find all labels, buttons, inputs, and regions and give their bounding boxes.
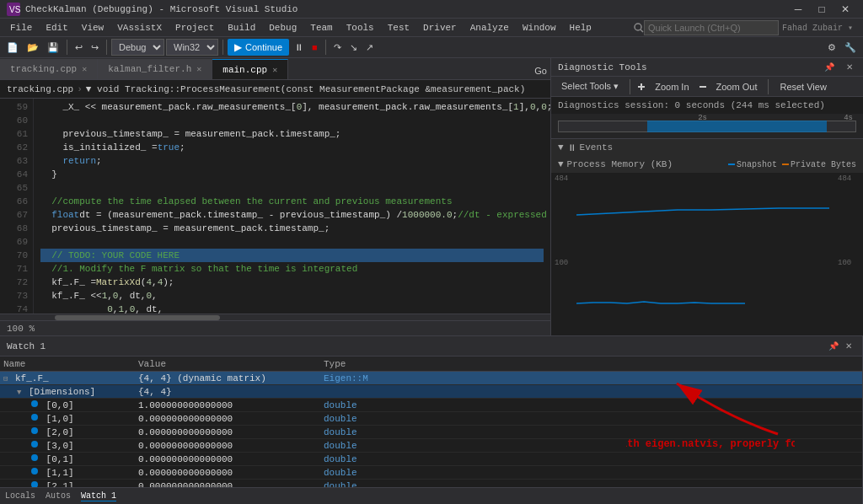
select-tools-btn[interactable]: Select Tools ▾ xyxy=(556,79,624,94)
svg-point-12 xyxy=(31,441,38,448)
watch-panel: Watch 1 📌 ✕ Name Value Type ⊟ kf_.F_ {4,… xyxy=(0,336,863,504)
zoom-level: 100 % xyxy=(7,324,35,334)
scroll-tabs-btn[interactable]: Go xyxy=(531,62,550,79)
platform-select[interactable]: Win32 xyxy=(166,39,218,56)
reset-view-btn[interactable]: Reset View xyxy=(775,80,831,94)
session-info: Diagnostics session: 0 seconds (244 ms s… xyxy=(551,97,863,114)
close-tab-kalman[interactable]: ✕ xyxy=(196,64,201,74)
menu-vassistx[interactable]: VAssistX xyxy=(110,19,169,36)
watch-row-20[interactable]: [2,0] 0.000000000000000 double xyxy=(0,426,862,439)
code-area[interactable]: 59 60 61 62 63 64 65 66 67 68 69 70 71 7… xyxy=(0,99,550,314)
watch-row-00[interactable]: [0,0] 1.000000000000000 double xyxy=(0,399,862,412)
cpu-chart: 100 0 100 0 xyxy=(551,257,863,335)
close-watch-btn[interactable]: ✕ xyxy=(842,340,855,351)
code-line-74: 0, 1, 0, dt, xyxy=(40,303,544,314)
zoom-out-btn[interactable]: Zoom Out xyxy=(711,80,763,94)
menu-test[interactable]: Test xyxy=(381,19,416,36)
new-file-btn[interactable]: 📄 xyxy=(3,39,22,56)
menu-project[interactable]: Project xyxy=(169,19,221,36)
menu-help[interactable]: Help xyxy=(563,19,598,36)
tab-kalman-filter-h[interactable]: kalman_filter.h ✕ xyxy=(98,59,212,79)
memory-section-header[interactable]: ▼ Process Memory (KB) Snapshot Private B… xyxy=(551,156,863,173)
sep-diag1 xyxy=(630,79,630,94)
continue-label: Continue xyxy=(245,42,282,52)
menu-file[interactable]: File xyxy=(3,19,39,36)
zoom-in-btn[interactable]: Zoom In xyxy=(650,80,694,94)
events-expand-icon: ▼ xyxy=(558,142,564,153)
code-line-66: //compute the time elapsed between the c… xyxy=(40,195,544,208)
svg-point-9 xyxy=(31,400,38,407)
menu-driver[interactable]: Driver xyxy=(416,19,464,36)
tab-tracking-cpp[interactable]: tracking.cpp ✕ xyxy=(0,59,98,79)
undo-btn[interactable]: ↩ xyxy=(72,39,86,56)
vs-icon: VS xyxy=(7,3,20,16)
menu-analyze[interactable]: Analyze xyxy=(464,19,516,36)
watch-row-10[interactable]: [1,0] 0.000000000000000 double xyxy=(0,412,862,426)
timeline[interactable]: 2s 4s xyxy=(551,114,863,139)
cell-21-value: 0.000000000000000 xyxy=(138,481,324,488)
events-section-header[interactable]: ▼ ⏸ Events xyxy=(551,139,863,156)
menu-team[interactable]: Team xyxy=(303,19,339,36)
watch1-tab[interactable]: Watch 1 xyxy=(81,491,116,501)
stop-btn[interactable]: ■ xyxy=(308,39,321,56)
continue-button[interactable]: ▶ Continue xyxy=(228,39,289,56)
open-btn[interactable]: 📂 xyxy=(24,39,42,56)
menu-edit[interactable]: Edit xyxy=(39,19,74,36)
menu-tools[interactable]: Tools xyxy=(340,19,381,36)
code-line-69 xyxy=(40,235,544,249)
pin-watch-btn[interactable]: 📌 xyxy=(825,340,842,351)
step-into-btn[interactable]: ↘ xyxy=(346,39,361,56)
watch-row-dimensions[interactable]: ▼ [Dimensions] {4, 4} xyxy=(0,385,862,399)
private-bytes-legend xyxy=(782,164,789,165)
zoom-out-label: Zoom Out xyxy=(716,82,758,92)
tab-main-cpp[interactable]: main.cpp ✕ xyxy=(212,59,288,79)
events-pause-btn[interactable]: ⏸ xyxy=(567,142,576,153)
session-text: Diagnostics session: 0 seconds (244 ms s… xyxy=(558,100,825,110)
watch-col-header: Name Value Type xyxy=(0,357,862,372)
pause-btn[interactable]: ⏸ xyxy=(291,39,307,56)
code-content[interactable]: _X_ << measurement_pack.raw_measurements… xyxy=(34,99,550,314)
menu-build[interactable]: Build xyxy=(221,19,262,36)
minimize-button[interactable]: ─ xyxy=(787,1,809,18)
cell-11-type: double xyxy=(324,468,859,478)
autos-tab[interactable]: Autos xyxy=(46,491,71,501)
cell-00-value: 1.000000000000000 xyxy=(138,400,324,410)
debug-config-select[interactable]: Debug xyxy=(111,39,164,56)
toolbar-icon2[interactable]: 🔧 xyxy=(841,39,860,56)
maximize-button[interactable]: □ xyxy=(811,1,833,18)
save-btn[interactable]: 💾 xyxy=(44,39,62,56)
code-line-67: float dt = (measurement_pack.timestamp_ … xyxy=(40,208,544,222)
menu-view[interactable]: View xyxy=(75,19,110,36)
memory-max: 484 xyxy=(555,174,573,183)
quick-launch-input[interactable] xyxy=(644,20,779,35)
watch-row-kf-F[interactable]: ⊟ kf_.F_ {4, 4} (dynamic matrix) Eigen::… xyxy=(0,372,862,385)
watch-row-11[interactable]: [1,1] 0.000000000000000 double xyxy=(0,466,862,480)
watch-row-30[interactable]: [3,0] 0.000000000000000 double xyxy=(0,439,862,453)
cpu-svg xyxy=(576,257,838,335)
watch-row-21[interactable]: [2,1] 0.000000000000000 double xyxy=(0,480,862,487)
close-tab-tracking[interactable]: ✕ xyxy=(82,64,87,74)
horizontal-scrollbar[interactable] xyxy=(0,314,550,320)
line-numbers: 59 60 61 62 63 64 65 66 67 68 69 70 71 7… xyxy=(0,99,34,314)
scrollbar-thumb[interactable] xyxy=(55,315,220,320)
redo-btn[interactable]: ↪ xyxy=(88,39,102,56)
diagnostic-tools: Diagnostic Tools 📌 ✕ Select Tools ▾ Zoom… xyxy=(551,58,863,281)
user-label: Fahad Zubair ▾ xyxy=(782,23,853,33)
cell-30-name: [3,0] xyxy=(3,440,138,451)
col-name: Name xyxy=(3,359,138,369)
menu-window[interactable]: Window xyxy=(516,19,563,36)
cell-30-value: 0.000000000000000 xyxy=(138,441,324,451)
close-tab-main[interactable]: ✕ xyxy=(272,65,277,75)
watch-row-01[interactable]: [0,1] 0.000000000000000 double xyxy=(0,453,862,466)
toolbar-icon1[interactable]: ⚙ xyxy=(824,39,839,56)
menu-debug[interactable]: Debug xyxy=(262,19,303,36)
pin-panel-btn[interactable]: 📌 xyxy=(821,62,838,72)
close-panel-btn[interactable]: ✕ xyxy=(843,62,856,72)
code-line-71: //1. Modify the F matrix so that the tim… xyxy=(40,262,544,276)
locals-tab[interactable]: Locals xyxy=(5,491,35,501)
step-over-btn[interactable]: ↷ xyxy=(330,39,345,56)
close-button[interactable]: ✕ xyxy=(834,1,856,18)
watch-item-icon7 xyxy=(30,480,39,487)
code-line-61: previous_timestamp_ = measurement_pack.t… xyxy=(40,127,544,141)
step-out-btn[interactable]: ↗ xyxy=(362,39,377,56)
